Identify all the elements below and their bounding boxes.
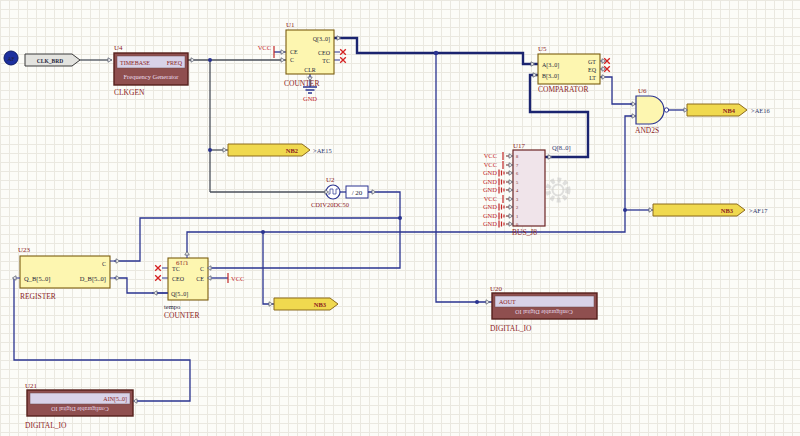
vcc-u19-label: VCC bbox=[231, 275, 244, 282]
u1-pin-ceo: CEO bbox=[318, 50, 331, 56]
stub-ceo-tc[interactable] bbox=[334, 52, 340, 60]
u23-pin-c: C bbox=[102, 261, 106, 267]
component-u6-and-gate[interactable]: U6 AND2S bbox=[630, 87, 669, 135]
port-nb2-pin: >AE15 bbox=[313, 147, 332, 154]
u1-pin-tc: TC bbox=[322, 58, 330, 64]
u2-label: CDIV20DC50 bbox=[311, 201, 349, 208]
port-nb3-bottom-label: NB3 bbox=[314, 301, 327, 308]
port-nb3-right-label: NB3 bbox=[721, 207, 734, 214]
u19-pin-tc: TC bbox=[172, 266, 180, 272]
schematic-canvas: AF CLK_BRD U4 TIMEBASE FREQ Frequency Ge… bbox=[0, 0, 800, 436]
svg-text:GND: GND bbox=[483, 203, 497, 210]
u4-designator: U4 bbox=[114, 44, 123, 52]
svg-text:GND: GND bbox=[483, 178, 497, 185]
svg-text:2: 2 bbox=[516, 205, 518, 210]
svg-text:GND: GND bbox=[483, 186, 497, 193]
component-u19-counter[interactable]: U19 TC CEO Q[5..0] C CE tempo COUNTER bbox=[152, 252, 212, 320]
svg-text:GND: GND bbox=[483, 220, 497, 227]
schematic-svg: AF CLK_BRD U4 TIMEBASE FREQ Frequency Ge… bbox=[0, 0, 800, 436]
u20-pin-aout: AOUT bbox=[499, 299, 516, 305]
u1-pin-clr: CLR bbox=[304, 67, 316, 73]
u5-pin-gt: GT bbox=[588, 59, 596, 65]
svg-text:1: 1 bbox=[516, 214, 518, 219]
u2-designator: U2 bbox=[326, 176, 335, 184]
component-u23-register[interactable]: U23 C Q_B[5..0] D_B[5..0] REGISTER bbox=[14, 246, 114, 301]
component-u21-digital-io[interactable]: U21 AIN[5..0] Configurable Digital IO DI… bbox=[25, 382, 133, 430]
u5-label: COMPARATOR bbox=[538, 85, 588, 94]
u1-pin-c: C bbox=[290, 57, 294, 63]
u21-pin-ain: AIN[5..0] bbox=[103, 396, 127, 403]
u19-note: tempo bbox=[164, 303, 180, 310]
u2-div-value: / 20 bbox=[352, 189, 363, 197]
svg-text:GND: GND bbox=[483, 212, 497, 219]
wire-counter2-top[interactable] bbox=[187, 232, 263, 252]
port-nb3-bottom-shape bbox=[274, 298, 338, 310]
u1-pin-q: Q[3..0] bbox=[313, 36, 330, 43]
wire-cdiv-to-counter2-c[interactable] bbox=[212, 192, 400, 268]
u20-body-text: Configurable Digital IO bbox=[515, 309, 573, 315]
u19-pin-ce: CE bbox=[196, 276, 204, 282]
svg-text:VCC: VCC bbox=[484, 161, 497, 168]
u1-pin-ce: CE bbox=[290, 49, 298, 55]
port-nb4-pin: >AE16 bbox=[751, 107, 771, 114]
u17-label: BUS_J8 bbox=[512, 228, 537, 237]
u4-pin-timebase: TIMEBASE bbox=[120, 60, 150, 66]
port-nb4[interactable]: NB4 >AE16 bbox=[687, 104, 771, 116]
u19-pin-ceo: CEO bbox=[172, 276, 185, 282]
u5-pin-lt: LT bbox=[589, 75, 596, 81]
power-gnd-u1[interactable]: GND bbox=[303, 87, 317, 102]
stub-tc-ceo-u19[interactable] bbox=[162, 268, 168, 278]
port-nb4-shape bbox=[687, 104, 747, 116]
vcc-u1-label: VCC bbox=[258, 44, 271, 51]
u23-pin-qb: Q_B[5..0] bbox=[24, 275, 50, 283]
u6-designator: U6 bbox=[638, 87, 647, 95]
u4-pin-freq: FREQ bbox=[167, 60, 183, 66]
port-nb2[interactable]: NB2 >AE15 bbox=[228, 144, 332, 156]
component-u20-digital-io[interactable]: U20 AOUT Configurable Digital IO DIGITAL… bbox=[490, 285, 597, 333]
port-nb3-right-pin: >AF17 bbox=[749, 207, 768, 214]
wire-register-c[interactable] bbox=[114, 218, 400, 261]
svg-text:VCC: VCC bbox=[484, 152, 497, 159]
and-gate-icon bbox=[636, 96, 664, 124]
u5-pin-eq: EQ bbox=[588, 67, 597, 73]
u23-label: REGISTER bbox=[20, 292, 56, 301]
u17-designator: U17 bbox=[513, 142, 526, 150]
port-nb4-label: NB4 bbox=[723, 107, 736, 114]
u5-pin-a: A[3..0] bbox=[542, 62, 559, 69]
u4-label: CLKGEN bbox=[114, 88, 145, 97]
u19-pin-q: Q[5..0] bbox=[171, 291, 188, 298]
port-nb3-bottom[interactable]: NB3 bbox=[274, 298, 338, 310]
port-nb2-label: NB2 bbox=[286, 147, 298, 154]
power-vcc-u1[interactable]: VCC bbox=[258, 44, 274, 58]
badge-label: AF bbox=[7, 56, 14, 62]
svg-text:GND: GND bbox=[483, 169, 497, 176]
u21-label: DIGITAL_IO bbox=[25, 421, 67, 430]
u23-designator: U23 bbox=[18, 246, 31, 254]
wire-lt-to-and[interactable] bbox=[600, 77, 636, 104]
u20-label: DIGITAL_IO bbox=[490, 324, 532, 333]
power-vcc-u19[interactable]: VCC bbox=[228, 273, 244, 283]
u19-label: COUNTER bbox=[164, 311, 199, 320]
u19-pin-c: C bbox=[200, 266, 204, 272]
u1-designator: U1 bbox=[286, 21, 295, 29]
u21-designator: U21 bbox=[25, 382, 38, 390]
annotation-badge[interactable]: AF bbox=[4, 51, 18, 65]
port-nb3-right[interactable]: NB3 >AF17 bbox=[653, 204, 768, 216]
u6-label: AND2S bbox=[635, 126, 659, 135]
svg-text:VCC: VCC bbox=[484, 195, 497, 202]
u21-body-text: Configurable Digital IO bbox=[51, 406, 109, 412]
u4-body-text: Frequency Generator bbox=[123, 73, 179, 80]
u23-body bbox=[20, 256, 110, 288]
u17-bus-label: Q[8..0] bbox=[552, 144, 571, 152]
and-output-bubble-icon bbox=[664, 108, 668, 112]
u5-pin-b: B[3..0] bbox=[542, 73, 559, 80]
component-u5-comparator[interactable]: U5 A[3..0] B[3..0] GT EQ LT COMPARATOR bbox=[538, 45, 600, 94]
component-u4-clkgen[interactable]: U4 TIMEBASE FREQ Frequency Generator CLK… bbox=[114, 44, 188, 97]
wire-nb3-net[interactable] bbox=[263, 116, 636, 304]
gnd-u1-label: GND bbox=[303, 95, 317, 102]
port-clk-brd[interactable]: CLK_BRD bbox=[25, 54, 80, 66]
u23-pin-db: D_B[5..0] bbox=[80, 275, 106, 283]
port-clk-brd-label: CLK_BRD bbox=[37, 58, 63, 64]
u5-designator: U5 bbox=[538, 45, 547, 53]
u20-designator: U20 bbox=[490, 285, 503, 293]
